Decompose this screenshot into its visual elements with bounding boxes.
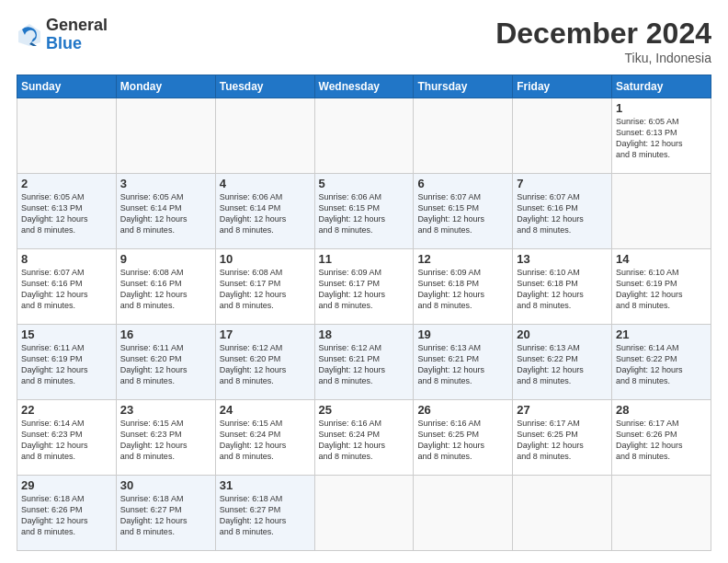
day-number: 19 bbox=[417, 327, 508, 341]
day-number: 25 bbox=[319, 403, 410, 417]
day-info: Sunrise: 6:18 AMSunset: 6:27 PMDaylight:… bbox=[120, 493, 211, 538]
day-number: 6 bbox=[417, 177, 508, 190]
day-header-sunday: Sunday bbox=[17, 75, 117, 98]
day-number: 23 bbox=[120, 403, 211, 417]
day-number: 24 bbox=[220, 403, 311, 417]
day-info: Sunrise: 6:06 AMSunset: 6:14 PMDaylight:… bbox=[220, 191, 311, 236]
calendar-cell: 11Sunrise: 6:09 AMSunset: 6:17 PMDayligh… bbox=[314, 249, 414, 325]
day-info: Sunrise: 6:13 AMSunset: 6:22 PMDaylight:… bbox=[517, 342, 608, 387]
day-number: 17 bbox=[220, 327, 311, 341]
day-info: Sunrise: 6:07 AMSunset: 6:16 PMDaylight:… bbox=[517, 191, 608, 236]
day-number: 12 bbox=[417, 252, 508, 266]
calendar-cell: 21Sunrise: 6:14 AMSunset: 6:22 PMDayligh… bbox=[612, 325, 711, 400]
day-info: Sunrise: 6:14 AMSunset: 6:23 PMDaylight:… bbox=[21, 418, 112, 463]
week-row-0: 1Sunrise: 6:05 AMSunset: 6:13 PMDaylight… bbox=[17, 98, 711, 174]
day-info: Sunrise: 6:11 AMSunset: 6:19 PMDaylight:… bbox=[21, 342, 112, 387]
calendar-table: SundayMondayTuesdayWednesdayThursdayFrid… bbox=[17, 75, 711, 551]
calendar-cell: 12Sunrise: 6:09 AMSunset: 6:18 PMDayligh… bbox=[414, 249, 513, 325]
day-info: Sunrise: 6:07 AMSunset: 6:15 PMDaylight:… bbox=[417, 191, 508, 236]
week-row-1: 2Sunrise: 6:05 AMSunset: 6:13 PMDaylight… bbox=[17, 174, 711, 249]
calendar-cell: 25Sunrise: 6:16 AMSunset: 6:24 PMDayligh… bbox=[314, 400, 414, 476]
day-number: 28 bbox=[616, 403, 707, 417]
day-number: 1 bbox=[616, 101, 707, 115]
day-info: Sunrise: 6:12 AMSunset: 6:20 PMDaylight:… bbox=[220, 342, 311, 387]
day-header-tuesday: Tuesday bbox=[215, 75, 314, 98]
calendar-cell: 20Sunrise: 6:13 AMSunset: 6:22 PMDayligh… bbox=[513, 325, 612, 400]
calendar-cell: 8Sunrise: 6:07 AMSunset: 6:16 PMDaylight… bbox=[17, 249, 117, 325]
day-number: 20 bbox=[517, 327, 608, 341]
day-info: Sunrise: 6:15 AMSunset: 6:23 PMDaylight:… bbox=[120, 418, 211, 463]
day-info: Sunrise: 6:11 AMSunset: 6:20 PMDaylight:… bbox=[120, 342, 211, 387]
calendar-cell: 10Sunrise: 6:08 AMSunset: 6:17 PMDayligh… bbox=[215, 249, 314, 325]
header: General Blue December 2024 Tiku, Indones… bbox=[17, 17, 711, 65]
calendar-cell: 29Sunrise: 6:18 AMSunset: 6:26 PMDayligh… bbox=[17, 476, 117, 551]
day-info: Sunrise: 6:08 AMSunset: 6:16 PMDaylight:… bbox=[120, 267, 211, 312]
page: General Blue December 2024 Tiku, Indones… bbox=[0, 0, 728, 563]
title-block: December 2024 Tiku, Indonesia bbox=[495, 17, 711, 65]
calendar-cell bbox=[612, 476, 711, 551]
calendar-cell: 6Sunrise: 6:07 AMSunset: 6:15 PMDaylight… bbox=[414, 174, 513, 249]
logo-icon bbox=[17, 22, 42, 48]
day-number: 14 bbox=[616, 252, 707, 266]
calendar-cell: 22Sunrise: 6:14 AMSunset: 6:23 PMDayligh… bbox=[17, 400, 117, 476]
day-info: Sunrise: 6:16 AMSunset: 6:25 PMDaylight:… bbox=[417, 418, 508, 463]
week-row-3: 15Sunrise: 6:11 AMSunset: 6:19 PMDayligh… bbox=[17, 325, 711, 400]
day-info: Sunrise: 6:10 AMSunset: 6:18 PMDaylight:… bbox=[517, 267, 608, 312]
calendar-cell: 15Sunrise: 6:11 AMSunset: 6:19 PMDayligh… bbox=[17, 325, 117, 400]
day-info: Sunrise: 6:17 AMSunset: 6:25 PMDaylight:… bbox=[517, 418, 608, 463]
calendar-cell bbox=[612, 174, 711, 249]
day-info: Sunrise: 6:09 AMSunset: 6:17 PMDaylight:… bbox=[319, 267, 410, 312]
location: Tiku, Indonesia bbox=[495, 51, 711, 65]
calendar-cell bbox=[414, 476, 513, 551]
calendar-cell: 1Sunrise: 6:05 AMSunset: 6:13 PMDaylight… bbox=[612, 98, 711, 174]
day-number: 31 bbox=[220, 478, 311, 492]
day-info: Sunrise: 6:16 AMSunset: 6:24 PMDaylight:… bbox=[319, 418, 410, 463]
day-info: Sunrise: 6:09 AMSunset: 6:18 PMDaylight:… bbox=[417, 267, 508, 312]
calendar-cell: 23Sunrise: 6:15 AMSunset: 6:23 PMDayligh… bbox=[116, 400, 215, 476]
logo-blue: Blue bbox=[46, 35, 108, 53]
day-number: 3 bbox=[120, 177, 211, 190]
calendar-cell: 16Sunrise: 6:11 AMSunset: 6:20 PMDayligh… bbox=[116, 325, 215, 400]
day-number: 22 bbox=[21, 403, 112, 417]
day-number: 4 bbox=[220, 177, 311, 190]
day-info: Sunrise: 6:18 AMSunset: 6:27 PMDaylight:… bbox=[220, 493, 311, 538]
day-number: 29 bbox=[21, 478, 112, 492]
day-header-thursday: Thursday bbox=[414, 75, 513, 98]
calendar-cell: 13Sunrise: 6:10 AMSunset: 6:18 PMDayligh… bbox=[513, 249, 612, 325]
day-info: Sunrise: 6:05 AMSunset: 6:14 PMDaylight:… bbox=[120, 191, 211, 236]
day-number: 7 bbox=[517, 177, 608, 190]
day-number: 16 bbox=[120, 327, 211, 341]
day-number: 10 bbox=[220, 252, 311, 266]
calendar-cell: 19Sunrise: 6:13 AMSunset: 6:21 PMDayligh… bbox=[414, 325, 513, 400]
calendar-cell: 18Sunrise: 6:12 AMSunset: 6:21 PMDayligh… bbox=[314, 325, 414, 400]
calendar-cell: 30Sunrise: 6:18 AMSunset: 6:27 PMDayligh… bbox=[116, 476, 215, 551]
day-number: 9 bbox=[120, 252, 211, 266]
calendar-cell: 3Sunrise: 6:05 AMSunset: 6:14 PMDaylight… bbox=[116, 174, 215, 249]
day-info: Sunrise: 6:05 AMSunset: 6:13 PMDaylight:… bbox=[21, 191, 112, 236]
day-number: 30 bbox=[120, 478, 211, 492]
day-info: Sunrise: 6:18 AMSunset: 6:26 PMDaylight:… bbox=[21, 493, 112, 538]
calendar-cell: 26Sunrise: 6:16 AMSunset: 6:25 PMDayligh… bbox=[414, 400, 513, 476]
calendar-cell bbox=[513, 98, 612, 174]
header-row: SundayMondayTuesdayWednesdayThursdayFrid… bbox=[17, 75, 711, 98]
day-info: Sunrise: 6:05 AMSunset: 6:13 PMDaylight:… bbox=[616, 116, 707, 161]
day-info: Sunrise: 6:13 AMSunset: 6:21 PMDaylight:… bbox=[417, 342, 508, 387]
day-info: Sunrise: 6:06 AMSunset: 6:15 PMDaylight:… bbox=[319, 191, 410, 236]
calendar-cell: 2Sunrise: 6:05 AMSunset: 6:13 PMDaylight… bbox=[17, 174, 117, 249]
calendar-cell: 9Sunrise: 6:08 AMSunset: 6:16 PMDaylight… bbox=[116, 249, 215, 325]
logo-text: General Blue bbox=[46, 17, 108, 53]
day-number: 15 bbox=[21, 327, 112, 341]
day-number: 21 bbox=[616, 327, 707, 341]
calendar-cell: 4Sunrise: 6:06 AMSunset: 6:14 PMDaylight… bbox=[215, 174, 314, 249]
calendar-cell: 14Sunrise: 6:10 AMSunset: 6:19 PMDayligh… bbox=[612, 249, 711, 325]
calendar-cell: 28Sunrise: 6:17 AMSunset: 6:26 PMDayligh… bbox=[612, 400, 711, 476]
calendar-cell bbox=[215, 98, 314, 174]
day-info: Sunrise: 6:14 AMSunset: 6:22 PMDaylight:… bbox=[616, 342, 707, 387]
week-row-2: 8Sunrise: 6:07 AMSunset: 6:16 PMDaylight… bbox=[17, 249, 711, 325]
calendar-cell: 7Sunrise: 6:07 AMSunset: 6:16 PMDaylight… bbox=[513, 174, 612, 249]
day-header-monday: Monday bbox=[116, 75, 215, 98]
logo-general: General bbox=[46, 17, 108, 35]
calendar-cell: 31Sunrise: 6:18 AMSunset: 6:27 PMDayligh… bbox=[215, 476, 314, 551]
calendar-cell bbox=[314, 476, 414, 551]
day-number: 8 bbox=[21, 252, 112, 266]
